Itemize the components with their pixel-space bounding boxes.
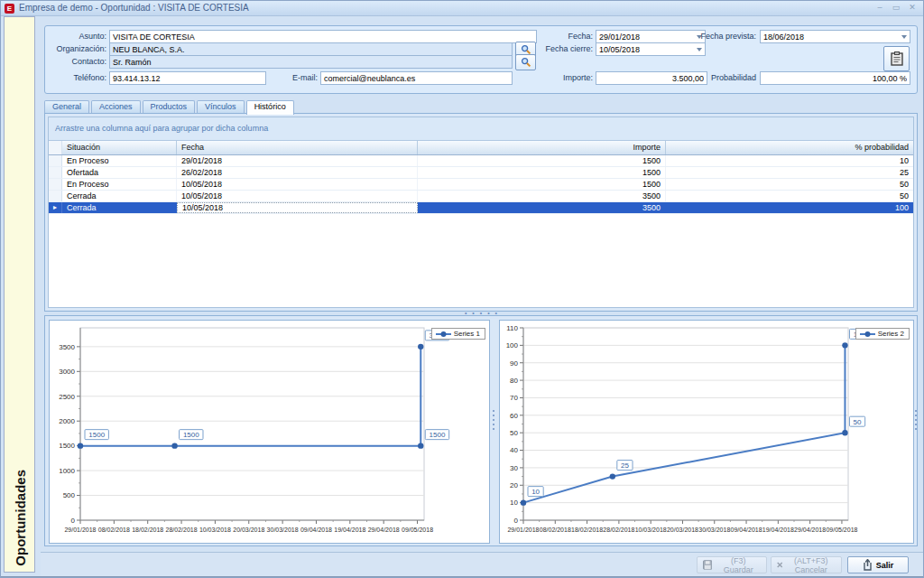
grid-cell[interactable]: Cerrada [62, 191, 177, 201]
exit-label: Salir [876, 561, 894, 570]
table-row[interactable]: ▸Cerrada10/05/20183500100 [49, 202, 913, 214]
svg-text:50: 50 [510, 429, 518, 437]
grid-cell[interactable]: 1500 [418, 167, 666, 178]
grid-cell[interactable]: 3500 [418, 202, 666, 213]
close-button[interactable]: ✕ [907, 1, 918, 15]
svg-text:1500: 1500 [430, 431, 446, 439]
chart1-legend: Series 1 [431, 328, 485, 340]
column-header-fecha[interactable]: Fecha [177, 141, 418, 154]
svg-text:60: 60 [510, 412, 518, 420]
svg-text:25: 25 [621, 461, 629, 470]
probabilidad-label: Probabilidad [677, 71, 756, 85]
cancel-button[interactable]: (ALT+F3) Cancelar [771, 556, 842, 573]
grid-cell[interactable]: 25 [666, 167, 913, 178]
svg-text:3500: 3500 [59, 343, 75, 351]
legend-label: Series 1 [454, 330, 480, 338]
svg-text:0: 0 [514, 517, 519, 525]
grid-cell[interactable] [49, 179, 62, 190]
grid-body: En Proceso29/01/2018150010Ofertada26/02/… [49, 155, 913, 307]
grid-cell[interactable]: Ofertada [62, 167, 177, 178]
group-by-bar[interactable]: Arrastre una columna aquí para agrupar p… [49, 117, 913, 141]
svg-text:20/03/2018: 20/03/2018 [667, 527, 698, 533]
historico-panel: Arrastre una columna aquí para agrupar p… [44, 113, 918, 312]
footer-bar: (F3) Guardar (ALT+F3) Cancelar Salir [41, 552, 923, 576]
grid-cell[interactable]: 50 [666, 191, 913, 201]
svg-text:2000: 2000 [59, 417, 75, 425]
svg-text:10: 10 [510, 499, 518, 507]
probabilidad-field[interactable] [760, 71, 910, 85]
maximize-button[interactable]: ▭ [891, 1, 901, 15]
charts-edge-splitter[interactable] [914, 410, 918, 430]
svg-text:1500: 1500 [183, 431, 199, 439]
asunto-field[interactable] [109, 30, 537, 43]
svg-text:30/03/2018: 30/03/2018 [267, 527, 299, 533]
grid-cell[interactable]: 10/05/2018 [177, 202, 418, 213]
grid-cell[interactable] [49, 167, 62, 178]
chevron-down-icon[interactable] [697, 48, 702, 51]
opportunity-form: Asunto: Organización: Contacto: Teléfono… [44, 25, 918, 94]
contacto-lookup-button[interactable] [515, 54, 536, 70]
svg-text:500: 500 [63, 491, 76, 499]
row-selector-header [49, 141, 62, 154]
grid-cell[interactable]: 29/01/2018 [177, 155, 418, 166]
charts-panel: 050010001500200025003000350029/01/201808… [44, 315, 918, 546]
grid-cell[interactable]: Cerrada [62, 202, 177, 213]
series-line-icon [860, 331, 875, 338]
notes-button[interactable] [883, 46, 910, 71]
grid-cell[interactable]: 3500 [418, 191, 666, 201]
fecha-prevista-field[interactable] [760, 30, 910, 43]
grid-cell[interactable]: En Proceso [62, 155, 177, 166]
table-row[interactable]: Cerrada10/05/2018350050 [49, 191, 913, 202]
grid-cell[interactable]: 10/05/2018 [177, 179, 418, 190]
grid-cell[interactable]: 1500 [418, 155, 666, 166]
svg-text:28/02/2018: 28/02/2018 [166, 527, 198, 533]
exit-button[interactable]: Salir [847, 556, 909, 573]
svg-text:28/02/2018: 28/02/2018 [603, 527, 634, 533]
tab-productos[interactable]: Productos [143, 100, 196, 113]
grid-cell[interactable]: En Proceso [62, 179, 177, 190]
email-field[interactable] [320, 71, 513, 85]
clipboard-icon [891, 51, 903, 66]
tab-strip: GeneralAccionesProductosVínculosHistóric… [44, 100, 296, 114]
organizacion-field[interactable] [109, 42, 513, 56]
svg-text:08/02/2018: 08/02/2018 [98, 527, 130, 533]
tab-acciones[interactable]: Acciones [91, 100, 141, 113]
svg-text:100: 100 [506, 341, 519, 350]
tab-vinculos[interactable]: Vínculos [197, 100, 245, 113]
grid-cell[interactable]: ▸ [49, 202, 62, 213]
vertical-splitter[interactable] [491, 410, 496, 430]
table-row[interactable]: En Proceso10/05/2018150050 [49, 179, 913, 191]
tab-historico[interactable]: Histórico [246, 100, 294, 115]
grid-cell[interactable]: 10 [666, 155, 913, 166]
grid-cell[interactable]: 26/02/2018 [177, 167, 418, 178]
svg-text:29/04/2018: 29/04/2018 [368, 527, 400, 533]
sidebar-oportunidades: Oportunidades [4, 16, 35, 573]
column-header-situacion[interactable]: Situación [62, 141, 177, 154]
table-row[interactable]: Ofertada26/02/2018150025 [49, 167, 913, 179]
sidebar-title: Oportunidades [12, 470, 27, 566]
svg-text:50: 50 [854, 418, 862, 426]
chevron-down-icon[interactable] [901, 35, 907, 39]
history-grid: Arrastre una columna aquí para agrupar p… [48, 117, 914, 308]
grid-cell[interactable]: 10/05/2018 [177, 191, 418, 201]
save-label: (F3) Guardar [716, 556, 761, 574]
grid-cell[interactable] [49, 155, 62, 166]
save-button[interactable]: (F3) Guardar [697, 556, 767, 573]
chart-svg: 010203040506070809010011029/01/201808/02… [500, 321, 913, 543]
column-header-probabilidad[interactable]: % probabilidad [666, 141, 913, 154]
app-icon: E [5, 4, 14, 14]
grid-cell[interactable]: 50 [666, 179, 913, 190]
grid-cell[interactable]: 1500 [418, 179, 666, 190]
email-label: E-mail: [273, 71, 318, 85]
grid-cell[interactable] [49, 191, 62, 201]
contacto-field[interactable] [109, 55, 513, 69]
telefono-field[interactable] [109, 71, 266, 85]
table-row[interactable]: En Proceso29/01/2018150010 [49, 155, 913, 167]
tab-general[interactable]: General [44, 100, 89, 113]
grid-cell[interactable]: 100 [666, 202, 913, 213]
column-header-importe[interactable]: Importe [418, 141, 666, 154]
fecha-cierre-field[interactable] [596, 42, 706, 56]
telefono-label: Teléfono: [45, 71, 106, 85]
minimize-button[interactable]: – [874, 1, 885, 15]
group-by-hint: Arrastre una columna aquí para agrupar p… [55, 124, 268, 133]
